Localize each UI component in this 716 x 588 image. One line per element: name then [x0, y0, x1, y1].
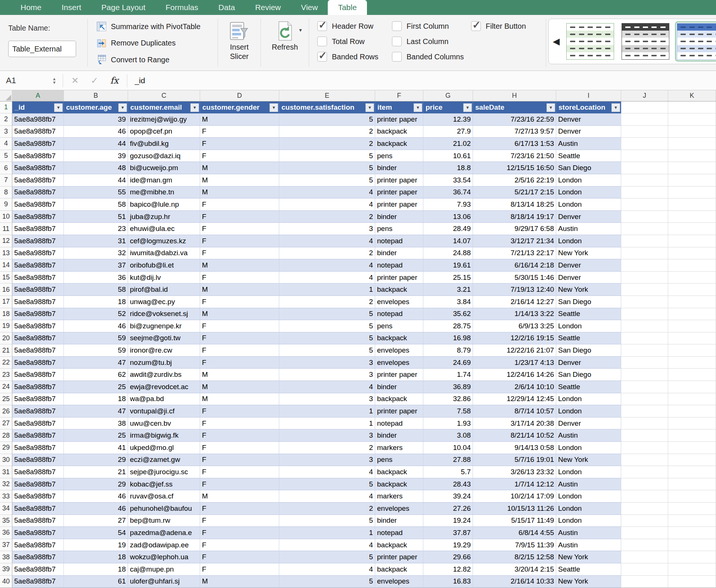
- cell-id[interactable]: 5ae8a988fb7: [12, 332, 64, 345]
- cell-saledate[interactable]: 2/6/14 10:10: [473, 381, 556, 393]
- empty-cell[interactable]: [668, 417, 716, 430]
- column-header-a[interactable]: A: [12, 90, 64, 101]
- cell-customer-email[interactable]: ruvav@osa.cf: [128, 490, 200, 503]
- cell-customer-satisfaction[interactable]: 4: [279, 259, 375, 272]
- cell-storelocation[interactable]: London: [556, 198, 621, 211]
- cell-id[interactable]: 5ae8a988fb7: [12, 259, 64, 272]
- cell-saledate[interactable]: 1/23/17 4:13: [473, 357, 556, 369]
- cell-id[interactable]: 5ae8a988fb7: [12, 478, 64, 491]
- empty-cell[interactable]: [621, 320, 668, 332]
- cell-price[interactable]: 12.39: [423, 113, 473, 126]
- cell-price[interactable]: 21.02: [423, 138, 473, 150]
- cell-storelocation[interactable]: Seattle: [556, 332, 621, 345]
- cell-price[interactable]: 33.54: [423, 174, 473, 187]
- cell-storelocation[interactable]: New York: [556, 247, 621, 260]
- cell-id[interactable]: 5ae8a988fb7: [12, 150, 64, 162]
- cell-customer-gender[interactable]: M: [200, 284, 279, 296]
- cell-customer-email[interactable]: ewja@revodcet.ac: [128, 381, 200, 393]
- cell-customer-satisfaction[interactable]: 1: [279, 417, 375, 430]
- cell-storelocation[interactable]: London: [556, 405, 621, 417]
- cell-storelocation[interactable]: Austin: [556, 539, 621, 551]
- cell-item[interactable]: markers: [375, 490, 423, 503]
- refresh-dropdown-arrow[interactable]: ▼: [298, 28, 303, 33]
- row-number-3[interactable]: 3: [0, 126, 12, 138]
- row-number-29[interactable]: 29: [0, 442, 12, 454]
- cell-price[interactable]: 28.49: [423, 223, 473, 235]
- cell-customer-gender[interactable]: F: [200, 417, 279, 430]
- cell-customer-age[interactable]: 27: [64, 515, 128, 527]
- cell-saledate[interactable]: 6/8/14 4:55: [473, 527, 556, 539]
- cell-storelocation[interactable]: London: [556, 235, 621, 247]
- cell-saledate[interactable]: 9/14/13 0:58: [473, 442, 556, 454]
- empty-cell[interactable]: [621, 284, 668, 296]
- cell-customer-gender[interactable]: F: [200, 150, 279, 162]
- empty-cell[interactable]: [668, 490, 716, 503]
- refresh-button[interactable]: ▼ Refresh: [261, 15, 309, 71]
- checkbox-total-row[interactable]: Total Row: [317, 36, 392, 47]
- row-number-18[interactable]: 18: [0, 308, 12, 320]
- cell-item[interactable]: binder: [375, 429, 423, 442]
- cell-customer-age[interactable]: 41: [64, 442, 128, 454]
- cell-saledate[interactable]: 6/17/13 1:53: [473, 138, 556, 150]
- cell-customer-age[interactable]: 37: [64, 259, 128, 272]
- column-header-f[interactable]: F: [375, 90, 423, 101]
- cell-saledate[interactable]: 3/26/13 23:32: [473, 466, 556, 478]
- checkbox-filter-button[interactable]: Filter Button: [471, 21, 546, 31]
- cell-saledate[interactable]: 7/27/13 9:57: [473, 126, 556, 138]
- cell-customer-gender[interactable]: F: [200, 126, 279, 138]
- tab-table[interactable]: Table: [328, 0, 367, 15]
- row-number-23[interactable]: 23: [0, 369, 12, 381]
- cell-customer-satisfaction[interactable]: 4: [279, 272, 375, 284]
- cell-price[interactable]: 13.06: [423, 211, 473, 223]
- empty-cell[interactable]: [621, 539, 668, 551]
- cell-storelocation[interactable]: London: [556, 490, 621, 503]
- cell-customer-gender[interactable]: F: [200, 332, 279, 345]
- cell-id[interactable]: 5ae8a988fb7: [12, 174, 64, 187]
- name-box-spinner[interactable]: ▲▼: [52, 77, 60, 84]
- empty-cell[interactable]: [668, 466, 716, 478]
- cancel-icon[interactable]: ✕: [65, 75, 85, 86]
- cell-storelocation[interactable]: Seattle: [556, 308, 621, 320]
- cell-customer-age[interactable]: 19: [64, 539, 128, 551]
- cell-item[interactable]: backpack: [375, 466, 423, 478]
- empty-cell[interactable]: [668, 478, 716, 491]
- cell-customer-age[interactable]: 39: [64, 150, 128, 162]
- empty-cell[interactable]: [668, 381, 716, 393]
- row-number-13[interactable]: 13: [0, 247, 12, 260]
- cell-customer-email[interactable]: oribofub@li.et: [128, 259, 200, 272]
- cell-customer-satisfaction[interactable]: 4: [279, 235, 375, 247]
- empty-cell[interactable]: [668, 223, 716, 235]
- cell-customer-age[interactable]: 55: [64, 187, 128, 199]
- empty-cell[interactable]: [668, 357, 716, 369]
- cell-customer-email[interactable]: irezitmej@wijjo.gy: [128, 113, 200, 126]
- empty-cell[interactable]: [621, 490, 668, 503]
- cell-id[interactable]: 5ae8a988fb7: [12, 223, 64, 235]
- cell-customer-email[interactable]: irma@bigwig.fk: [128, 429, 200, 442]
- cell-customer-email[interactable]: iwumita@dabzi.va: [128, 247, 200, 260]
- cell-storelocation[interactable]: London: [556, 442, 621, 454]
- cell-item[interactable]: notepad: [375, 527, 423, 539]
- empty-cell[interactable]: [621, 162, 668, 174]
- cell-saledate[interactable]: 2/16/14 12:27: [473, 296, 556, 308]
- cell-customer-satisfaction[interactable]: 3: [279, 454, 375, 466]
- cell-price[interactable]: 27.88: [423, 454, 473, 466]
- cell-customer-gender[interactable]: M: [200, 162, 279, 174]
- cell-customer-email[interactable]: kut@dij.lv: [128, 272, 200, 284]
- cell-saledate[interactable]: 7/9/15 11:39: [473, 539, 556, 551]
- empty-cell[interactable]: [668, 138, 716, 150]
- cell-price[interactable]: 27.26: [423, 503, 473, 515]
- cell-price[interactable]: 3.21: [423, 284, 473, 296]
- empty-cell[interactable]: [668, 539, 716, 551]
- cell-id[interactable]: 5ae8a988fb7: [12, 576, 64, 588]
- checkbox-box-header-row[interactable]: [317, 21, 327, 31]
- empty-cell[interactable]: [668, 442, 716, 454]
- cell-customer-gender[interactable]: F: [200, 405, 279, 417]
- cell-customer-gender[interactable]: F: [200, 357, 279, 369]
- empty-cell[interactable]: [621, 344, 668, 357]
- cell-customer-email[interactable]: bep@tum.rw: [128, 515, 200, 527]
- cell-storelocation[interactable]: Austin: [556, 527, 621, 539]
- cell-customer-email[interactable]: unwag@ec.py: [128, 296, 200, 308]
- empty-cell[interactable]: [621, 576, 668, 588]
- cell-customer-satisfaction[interactable]: 4: [279, 563, 375, 576]
- cell-saledate[interactable]: 5/15/17 11:49: [473, 515, 556, 527]
